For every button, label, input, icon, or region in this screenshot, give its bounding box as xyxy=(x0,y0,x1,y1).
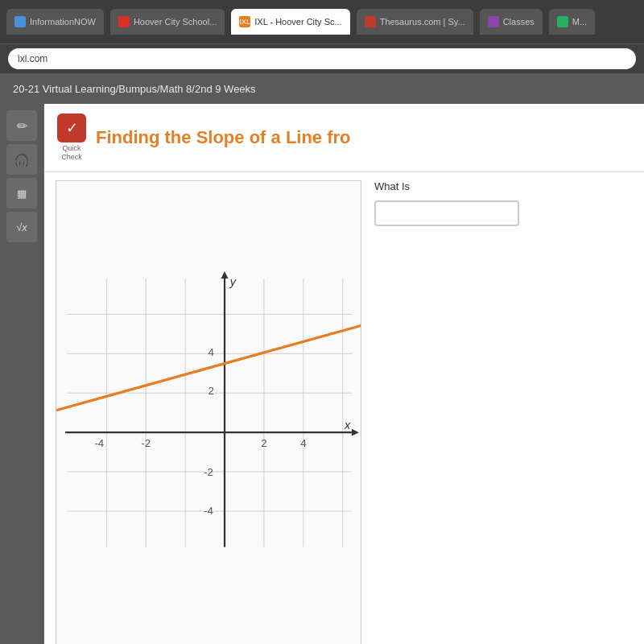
svg-text:-4: -4 xyxy=(94,437,104,449)
calculator-tool[interactable]: ▦ xyxy=(6,178,37,208)
tab-more-label: M... xyxy=(572,17,587,27)
page-title: 20-21 Virtual Learning/Bumpus/Math 8/2nd… xyxy=(13,83,256,95)
svg-marker-16 xyxy=(221,271,229,279)
tab-hoover-label: Hoover City School... xyxy=(134,17,217,27)
hoover-favicon xyxy=(118,16,130,27)
svg-text:-4: -4 xyxy=(204,505,213,517)
what-is-label: What Is xyxy=(374,180,519,192)
content-panel: ✓ Quick Check Finding the Slope of a Lin… xyxy=(44,104,644,644)
tab-classes-label: Classes xyxy=(503,17,535,27)
tab-more[interactable]: M... xyxy=(549,9,595,35)
main-layout: ✏ 🎧 ▦ √x ✓ Quick Check Finding the Slope… xyxy=(0,104,644,644)
classes-favicon xyxy=(488,16,499,27)
address-bar-row: ixl.com xyxy=(0,44,644,73)
svg-text:2: 2 xyxy=(261,437,266,449)
page-title-bar: 20-21 Virtual Learning/Bumpus/Math 8/2nd… xyxy=(0,73,644,104)
svg-text:2: 2 xyxy=(208,385,214,397)
left-sidebar: ✏ 🎧 ▦ √x xyxy=(0,104,44,644)
sqrt-tool[interactable]: √x xyxy=(6,212,37,242)
svg-marker-14 xyxy=(352,428,359,436)
pencil-tool[interactable]: ✏ xyxy=(6,110,37,141)
tab-informationnow-label: InformationNOW xyxy=(30,17,96,27)
tab-classes[interactable]: Classes xyxy=(480,9,543,35)
svg-text:4: 4 xyxy=(208,345,215,357)
address-bar[interactable]: ixl.com xyxy=(8,48,636,69)
address-text: ixl.com xyxy=(18,53,47,64)
svg-text:y: y xyxy=(229,275,237,287)
right-panel: What Is xyxy=(374,180,519,644)
tab-informationnow[interactable]: InformationNOW xyxy=(6,9,104,35)
tab-hoover[interactable]: Hoover City School... xyxy=(110,9,225,35)
headphones-tool[interactable]: 🎧 xyxy=(6,144,37,175)
ixl-favicon: IXL xyxy=(239,16,250,27)
ixl-header: ✓ Quick Check Finding the Slope of a Lin… xyxy=(44,104,644,172)
tab-ixl[interactable]: IXL IXL - Hoover City Sc... xyxy=(231,9,349,35)
quick-check-icon: ✓ xyxy=(57,114,86,142)
svg-text:-2: -2 xyxy=(141,437,151,449)
quick-check-badge: ✓ Quick Check xyxy=(57,114,86,162)
tab-thesaurus[interactable]: Thesaurus.com | Sy... xyxy=(357,9,473,35)
graph-container: x y -4 -2 2 4 4 2 -2 -4 xyxy=(56,180,361,644)
svg-line-27 xyxy=(56,314,361,412)
tab-ixl-label: IXL - Hoover City Sc... xyxy=(254,17,341,27)
lesson-body: x y -4 -2 2 4 4 2 -2 -4 xyxy=(44,172,644,644)
thesaurus-favicon xyxy=(365,16,376,27)
more-favicon xyxy=(557,16,568,27)
browser-tabs: InformationNOW Hoover City School... IXL… xyxy=(0,0,644,44)
quick-check-label: Quick Check xyxy=(61,144,82,162)
svg-text:x: x xyxy=(344,418,351,431)
tab-thesaurus-label: Thesaurus.com | Sy... xyxy=(380,17,465,27)
lesson-title: Finding the Slope of a Line fro xyxy=(96,127,351,148)
coordinate-graph: x y -4 -2 2 4 4 2 -2 -4 xyxy=(56,181,361,644)
answer-input[interactable] xyxy=(374,200,519,226)
svg-text:-2: -2 xyxy=(204,465,213,477)
informationnow-favicon xyxy=(14,16,26,27)
svg-text:4: 4 xyxy=(300,437,307,449)
